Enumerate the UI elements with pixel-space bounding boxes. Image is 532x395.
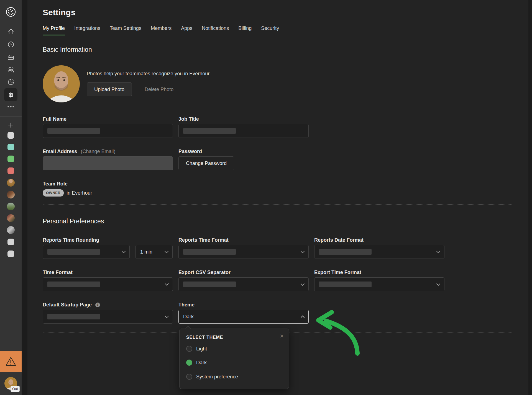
job-title-input[interactable] bbox=[178, 124, 309, 138]
redacted-value bbox=[183, 249, 236, 255]
chevron-down-icon bbox=[165, 282, 169, 286]
teammate-avatar[interactable] bbox=[0, 214, 22, 222]
default-startup-page-select[interactable] bbox=[43, 310, 173, 324]
redacted-value bbox=[183, 282, 236, 287]
settings-page: Settings My Profile Integrations Team Se… bbox=[27, 0, 528, 395]
chevron-down-icon bbox=[301, 282, 305, 286]
everhour-logo-icon[interactable] bbox=[0, 6, 22, 18]
more-options-icon[interactable] bbox=[0, 105, 22, 108]
settings-tabs: My Profile Integrations Team Settings Me… bbox=[43, 25, 288, 35]
sidebar bbox=[0, 0, 22, 395]
full-name-label: Full Name bbox=[43, 116, 66, 122]
warning-triangle-icon bbox=[5, 356, 16, 367]
tab-my-profile[interactable]: My Profile bbox=[43, 25, 65, 35]
redacted-value bbox=[319, 249, 372, 255]
header-divider bbox=[27, 36, 528, 36]
reports-time-format-select[interactable] bbox=[178, 245, 309, 259]
radio-unchecked-icon bbox=[186, 346, 192, 352]
theme-option-dark[interactable]: Dark bbox=[186, 360, 207, 366]
chevron-down-icon bbox=[165, 249, 168, 253]
upload-photo-button[interactable]: Upload Photo bbox=[87, 82, 132, 96]
teammate-avatar[interactable] bbox=[0, 191, 22, 198]
redacted-value bbox=[47, 128, 100, 134]
redacted-value bbox=[47, 314, 100, 319]
email-input[interactable] bbox=[43, 156, 173, 170]
role-team-text: in Everhour bbox=[66, 190, 92, 196]
tab-team-settings[interactable]: Team Settings bbox=[110, 25, 141, 35]
status-badge: Out bbox=[11, 386, 20, 392]
time-format-label: Time Format bbox=[43, 270, 73, 275]
project-swatch[interactable] bbox=[0, 156, 22, 162]
rounding-interval-select[interactable]: 1 min bbox=[135, 245, 173, 259]
redacted-value bbox=[319, 282, 372, 287]
basic-information-heading: Basic Information bbox=[43, 46, 92, 53]
delete-photo-link[interactable]: Delete Photo bbox=[145, 87, 173, 92]
chevron-up-icon bbox=[301, 316, 305, 319]
section-divider bbox=[43, 204, 511, 205]
popup-title: SELECT THEME bbox=[186, 335, 223, 340]
export-csv-separator-label: Export CSV Separator bbox=[178, 270, 231, 275]
theme-label: Theme bbox=[178, 302, 195, 308]
job-title-label: Job Title bbox=[178, 116, 199, 122]
project-swatch[interactable] bbox=[0, 167, 22, 174]
chevron-down-icon bbox=[301, 249, 305, 253]
theme-option-light[interactable]: Light bbox=[186, 346, 207, 352]
reports-date-format-label: Reports Date Format bbox=[314, 237, 364, 243]
export-time-format-label: Export Time Format bbox=[314, 270, 361, 275]
redacted-value bbox=[47, 249, 100, 255]
briefcase-icon[interactable] bbox=[0, 53, 22, 61]
members-icon[interactable] bbox=[0, 66, 22, 74]
theme-option-system[interactable]: System preference bbox=[186, 374, 238, 380]
time-format-select[interactable] bbox=[43, 277, 173, 291]
chevron-down-icon bbox=[436, 249, 440, 253]
tab-security[interactable]: Security bbox=[261, 25, 279, 35]
teammate-avatar[interactable] bbox=[0, 203, 22, 210]
chevron-down-icon bbox=[165, 314, 169, 318]
chevron-down-icon bbox=[122, 249, 126, 253]
password-label: Password bbox=[178, 149, 202, 154]
project-swatch[interactable] bbox=[0, 144, 22, 150]
reports-time-rounding-select[interactable] bbox=[43, 245, 130, 259]
tab-notifications[interactable]: Notifications bbox=[202, 25, 229, 35]
reports-date-format-select[interactable] bbox=[314, 245, 444, 259]
project-swatch[interactable] bbox=[0, 251, 22, 257]
profile-photo[interactable] bbox=[43, 65, 80, 102]
export-csv-separator-select[interactable] bbox=[178, 277, 309, 291]
reports-time-format-label: Reports Time Format bbox=[178, 237, 229, 243]
full-name-input[interactable] bbox=[43, 124, 173, 138]
teammate-avatar[interactable] bbox=[0, 226, 22, 234]
tab-integrations[interactable]: Integrations bbox=[74, 25, 100, 35]
warning-tile[interactable] bbox=[0, 351, 22, 372]
tab-members[interactable]: Members bbox=[151, 25, 172, 35]
teammate-avatar[interactable] bbox=[0, 179, 22, 187]
add-project-button[interactable] bbox=[0, 122, 22, 128]
chevron-down-icon bbox=[436, 282, 440, 286]
tab-apps[interactable]: Apps bbox=[181, 25, 192, 35]
photo-hint-text: Photos help your teammates recognize you… bbox=[87, 71, 211, 77]
popup-caret bbox=[185, 326, 191, 331]
team-role-label: Team Role bbox=[43, 181, 68, 187]
change-email-link[interactable]: (Change Email) bbox=[81, 149, 115, 154]
select-theme-popup: SELECT THEME × Light Dark System prefere… bbox=[179, 329, 289, 389]
info-icon[interactable]: i bbox=[95, 303, 100, 307]
export-time-format-select[interactable] bbox=[314, 277, 444, 291]
email-address-label: Email Address (Change Email) bbox=[43, 149, 115, 154]
personal-preferences-heading: Personal Preferences bbox=[43, 218, 104, 225]
redacted-value bbox=[183, 128, 236, 134]
close-icon[interactable]: × bbox=[280, 333, 284, 339]
change-password-button[interactable]: Change Password bbox=[178, 156, 234, 170]
home-icon[interactable] bbox=[0, 28, 22, 35]
reports-time-rounding-label: Reports Time Rounding bbox=[43, 237, 99, 243]
project-swatch[interactable] bbox=[0, 132, 22, 139]
radio-checked-icon bbox=[186, 360, 192, 366]
default-startup-page-label: Default Startup Page i bbox=[43, 302, 100, 308]
owner-badge: OWNER bbox=[43, 189, 64, 197]
theme-select[interactable]: Dark bbox=[178, 310, 309, 324]
tab-billing[interactable]: Billing bbox=[238, 25, 252, 35]
clock-icon[interactable] bbox=[0, 41, 22, 48]
page-title: Settings bbox=[43, 8, 75, 17]
settings-gear-icon[interactable] bbox=[0, 91, 22, 99]
project-swatch[interactable] bbox=[0, 239, 22, 245]
sidebar-divider bbox=[0, 116, 22, 117]
pie-chart-icon[interactable] bbox=[0, 78, 22, 86]
